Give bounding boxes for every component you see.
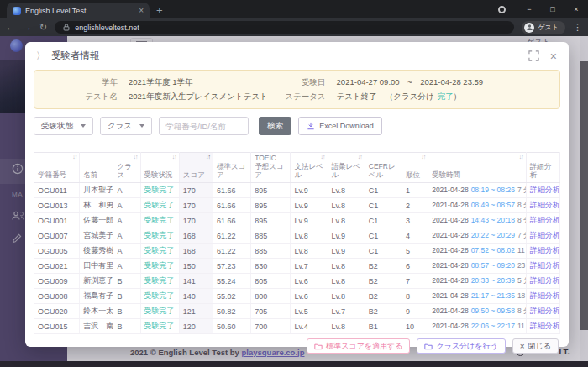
cell-status: 受験完了 [140, 244, 179, 259]
cell-vocab: Lv.8 [328, 183, 365, 198]
cell-vocab: Lv.8 [328, 259, 365, 274]
detail-analysis-link[interactable]: 詳細分析 [530, 231, 560, 239]
browser-status-icon[interactable] [498, 6, 506, 13]
cell-rank: 5 [402, 244, 428, 259]
search-input[interactable] [159, 117, 249, 135]
cell-toeic: 800 [251, 289, 291, 304]
sort-icon[interactable]: ↓↑ [519, 154, 523, 160]
detail-analysis-link[interactable]: 詳細分析 [530, 216, 560, 224]
tab-close-icon[interactable]: × [139, 7, 144, 15]
status-note-open: （クラス分け [386, 92, 434, 102]
detail-analysis-link[interactable]: 詳細分析 [530, 186, 560, 194]
col-grammar[interactable]: 文法レベル↓↑ [291, 153, 328, 183]
reload-button[interactable]: ↻ [39, 23, 47, 32]
cell-grammar: Lv.6 [291, 274, 328, 289]
run-class-division-button[interactable]: クラス分けを行う [417, 338, 505, 354]
col-id[interactable]: 学籍番号↓↑ [34, 153, 80, 183]
fullscreen-icon[interactable] [528, 50, 539, 61]
col-cefr: CEFRレベル [365, 153, 402, 183]
cell-rank: 8 [402, 289, 428, 304]
browser-menu-icon[interactable]: ⋮ [573, 22, 582, 33]
sort-icon[interactable]: ↓↑ [134, 154, 138, 160]
address-bar[interactable]: englishleveltest.net [55, 21, 514, 34]
cell-status: 受験完了 [140, 213, 179, 228]
cell-status: 受験完了 [140, 304, 179, 319]
excel-download-button[interactable]: Excel Download [298, 117, 382, 135]
sort-icon[interactable]: ↓↑ [206, 154, 210, 160]
cell-toeic: 885 [251, 244, 291, 259]
sort-icon[interactable]: ↓↑ [358, 154, 362, 160]
cell-detail: 詳細分析 [526, 319, 559, 334]
detail-analysis-link[interactable]: 詳細分析 [530, 291, 560, 300]
status-label: ステータス [282, 92, 326, 102]
scrollbar-thumb[interactable] [580, 61, 588, 330]
cell-status: 受験完了 [140, 289, 179, 304]
cell-name: 福島有子 [80, 289, 113, 304]
cell-grammar: Lv.9 [291, 183, 328, 198]
modal-header: 〉 受験者情報 × [25, 42, 569, 67]
cell-rank: 10 [402, 319, 428, 334]
cell-time: 2021-04-2814:43 ~ 20:188 分 [428, 213, 527, 228]
col-vocab[interactable]: 語彙レベル↓↑ [328, 153, 365, 183]
cell-toeic: 700 [251, 319, 291, 334]
window-minimize-button[interactable]: − [517, 0, 541, 18]
cell-class: A [113, 183, 140, 198]
col-rank[interactable]: 順位↓↑ [402, 153, 428, 183]
exam-status-select[interactable]: 受験状態 [34, 117, 93, 135]
browser-tab[interactable]: English Level Test × [7, 3, 150, 18]
cell-id: OGU009 [34, 274, 80, 289]
window-maximize-button[interactable]: □ [541, 0, 564, 18]
url-text: englishleveltest.net [75, 24, 139, 32]
cell-detail: 詳細分析 [526, 198, 559, 213]
cell-name: 吉沢 南 [80, 319, 113, 334]
cell-std: 61.22 [213, 228, 250, 244]
cell-status: 受験完了 [140, 274, 179, 289]
col-time[interactable]: 受験時間↓↑ [428, 153, 527, 183]
profile-avatar-icon [524, 23, 534, 33]
cell-score: 141 [179, 274, 213, 289]
new-tab-button[interactable]: + [156, 4, 163, 17]
modal-close-icon[interactable]: × [550, 50, 557, 62]
cell-rank: 9 [402, 304, 428, 319]
back-button[interactable]: ← [6, 23, 15, 32]
cell-vocab: Lv.8 [328, 213, 365, 228]
col-status[interactable]: 受験状況↓↑ [140, 153, 179, 183]
detail-analysis-link[interactable]: 詳細分析 [530, 201, 560, 209]
table-header-row: 学籍番号↓↑名前クラス↓↑受験状況↓↑スコア↓↑標準スコアTOEIC 予想スコア… [34, 153, 560, 183]
cell-detail: 詳細分析 [526, 304, 559, 319]
window-close-button[interactable]: × [564, 0, 588, 18]
sort-icon[interactable]: ↓↑ [421, 154, 425, 160]
detail-analysis-link[interactable]: 詳細分析 [530, 276, 560, 285]
folder-icon [424, 343, 433, 350]
search-button[interactable]: 検索 [259, 117, 291, 135]
class-select[interactable]: クラス [100, 117, 152, 135]
cell-cefr: C1 [365, 183, 402, 198]
cell-rank: 7 [402, 274, 428, 289]
cell-rank: 6 [402, 259, 428, 274]
cell-time: 2021-04-2808:19 ~ 08:267 分 [428, 183, 527, 198]
detail-analysis-link[interactable]: 詳細分析 [530, 261, 560, 270]
sort-icon[interactable]: ↓↑ [321, 154, 325, 160]
col-score[interactable]: スコア↓↑ [179, 153, 213, 183]
detail-analysis-link[interactable]: 詳細分析 [530, 307, 560, 315]
cell-id: OGU013 [34, 198, 80, 213]
col-class[interactable]: クラス↓↑ [113, 153, 140, 183]
close-button[interactable]: × 閉じる [512, 338, 559, 354]
detail-analysis-link[interactable]: 詳細分析 [530, 322, 560, 330]
detail-analysis-link[interactable]: 詳細分析 [530, 246, 560, 254]
cell-time: 2021-04-2809:50 ~ 09:588 分 [428, 304, 527, 319]
browser-profile-button[interactable]: ゲスト [522, 21, 565, 34]
cell-detail: 詳細分析 [526, 183, 559, 198]
cell-name: 宮城美子 [80, 228, 113, 244]
apply-standard-score-button[interactable]: 標準スコアを適用する [307, 338, 410, 354]
cell-status: 受験完了 [140, 228, 179, 244]
sort-icon[interactable]: ↓↑ [172, 154, 176, 160]
cell-class: B [113, 319, 140, 334]
sort-icon[interactable]: ↓↑ [72, 154, 76, 160]
page-scrollbar[interactable] [580, 36, 588, 361]
cell-time: 2021-04-2822:06 ~ 22:1711 分 [428, 319, 527, 334]
cell-toeic: 705 [251, 304, 291, 319]
forward-button[interactable]: → [23, 23, 32, 32]
cell-toeic: 895 [251, 213, 291, 228]
cell-toeic: 830 [251, 259, 291, 274]
